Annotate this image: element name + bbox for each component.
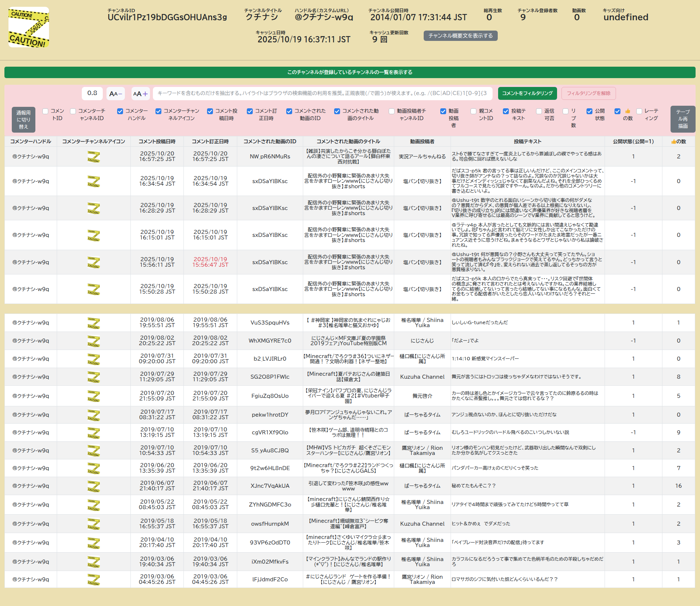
svg-text:CA: CA [98,446,100,449]
svg-text:CA: CA [98,231,100,234]
svg-text:CA: CA [98,177,100,179]
svg-text:CA: CA [98,319,100,321]
svg-text:CA: CA [98,520,100,522]
svg-text:CA: CA [98,539,100,541]
svg-text:CA: CA [98,558,100,560]
svg-text:CA: CA [98,355,100,357]
svg-text:CA: CA [98,153,100,155]
svg-text:CA: CA [98,285,100,287]
svg-text:CA: CA [98,429,100,431]
svg-text:CA: CA [98,258,100,260]
svg-text:CA: CA [98,464,100,466]
svg-text:CA: CA [98,337,100,339]
svg-text:CA: CA [98,411,100,413]
svg-text:CA: CA [98,373,100,375]
svg-text:CA: CA [44,15,49,21]
svg-text:CA: CA [98,392,100,394]
svg-text:CA: CA [98,204,100,206]
svg-text:CA: CA [98,575,100,578]
svg-text:CA: CA [98,501,100,503]
svg-text:CA: CA [98,482,100,484]
